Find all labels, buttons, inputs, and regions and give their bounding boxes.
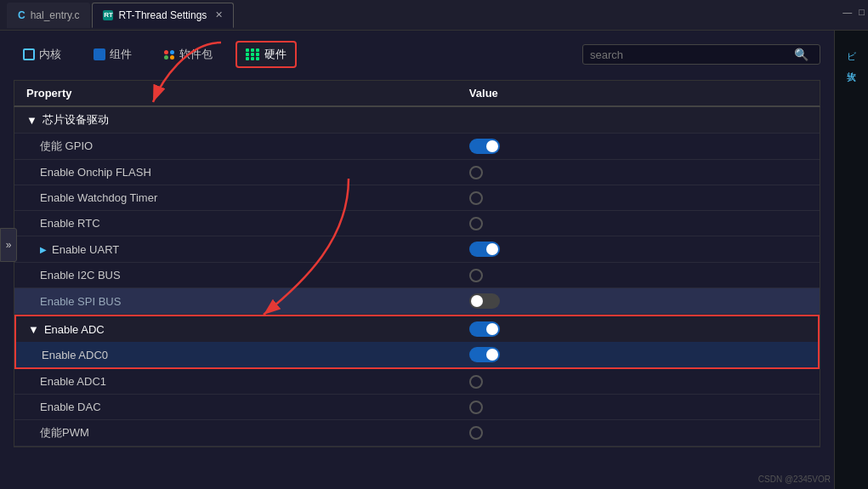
spi-row[interactable]: Enable SPI BUS [14, 288, 820, 315]
watchdog-row[interactable]: Enable Watchdog Timer [14, 185, 820, 211]
rtc-value [457, 212, 820, 236]
i2c-value [457, 264, 820, 287]
properties-table: Property Value ▼ 芯片设备驱动 使能 GPIO [14, 80, 820, 447]
tab-hal[interactable]: C hal_entry.c [7, 3, 90, 28]
tab-rt-settings[interactable]: RT RT-Thread Settings ✕ [92, 3, 234, 28]
minimize-button[interactable]: — [842, 7, 852, 17]
search-icon[interactable]: 🔍 [794, 48, 808, 61]
tab-hal-label: hal_entry.c [31, 9, 80, 21]
maximize-button[interactable]: □ [859, 7, 865, 17]
rtc-toggle[interactable] [469, 217, 483, 230]
adc0-row[interactable]: Enable ADC0 [14, 342, 820, 369]
adc1-value [457, 370, 820, 394]
rtc-row[interactable]: Enable RTC [14, 211, 820, 236]
kernel-button[interactable]: 内核 [14, 42, 71, 67]
i2c-name: Enable I2C BUS [14, 264, 457, 287]
gpio-row[interactable]: 使能 GPIO [14, 134, 820, 160]
dac-row[interactable]: Enable DAC [14, 395, 820, 420]
gpio-value [457, 134, 820, 159]
dac-toggle[interactable] [469, 401, 483, 414]
component-label: 组件 [110, 47, 132, 62]
search-input[interactable] [590, 48, 794, 61]
i2c-toggle[interactable] [469, 269, 483, 282]
adc0-name: Enable ADC0 [16, 344, 457, 367]
dac-value [457, 395, 820, 419]
pwm-row[interactable]: 使能PWM [14, 420, 820, 446]
kernel-label: 内核 [39, 47, 61, 62]
toolbar: 内核 组件 软件包 硬件 [14, 41, 820, 68]
dac-name: Enable DAC [14, 395, 457, 418]
hardware-icon [246, 48, 260, 60]
adc-expand-icon: ▼ [28, 323, 39, 336]
search-container: 🔍 [582, 44, 820, 65]
adc-section-name: ▼ Enable ADC [16, 318, 457, 341]
gpio-name: 使能 GPIO [14, 134, 457, 159]
pwm-name: 使能PWM [14, 420, 457, 446]
watchdog-value [457, 186, 820, 210]
value-column-header: Value [457, 81, 820, 105]
rt-settings-icon: RT [103, 10, 113, 20]
watermark: CSDN @2345VOR [758, 475, 831, 484]
spi-name: Enable SPI BUS [14, 290, 457, 313]
pwm-value [457, 421, 820, 445]
tab-bar: C hal_entry.c RT RT-Thread Settings ✕ — … [0, 0, 868, 31]
table-body: ▼ 芯片设备驱动 使能 GPIO Enable Onchip FLASH [14, 107, 820, 447]
hardware-label: 硬件 [264, 47, 286, 62]
flash-toggle[interactable] [469, 166, 483, 179]
side-panel-text: ビ [845, 44, 858, 54]
hardware-button[interactable]: 硬件 [235, 41, 297, 68]
adc1-name: Enable ADC1 [14, 370, 457, 393]
collapse-sidebar-button[interactable]: » [0, 228, 17, 262]
software-icon [164, 50, 175, 60]
flash-name: Enable Onchip FLASH [14, 161, 457, 184]
i2c-row[interactable]: Enable I2C BUS [14, 263, 820, 288]
pwm-toggle[interactable] [469, 426, 483, 440]
property-column-header: Property [14, 81, 457, 105]
tab-close-icon[interactable]: ✕ [215, 9, 223, 20]
component-icon [94, 48, 105, 60]
software-label: 软件包 [179, 47, 213, 62]
flash-row[interactable]: Enable Onchip FLASH [14, 160, 820, 185]
tab-rt-label: RT-Thread Settings [118, 9, 207, 21]
adc-toggle[interactable] [469, 321, 500, 337]
software-button[interactable]: 软件包 [155, 42, 222, 67]
adc1-toggle[interactable] [469, 375, 483, 389]
adc-section-row[interactable]: ▼ Enable ADC [14, 315, 820, 342]
kernel-icon [23, 48, 35, 60]
chip-expand-icon: ▼ [26, 114, 37, 127]
c-file-icon: C [18, 9, 26, 21]
side-panel: ビ 大软 [834, 31, 868, 489]
adc1-row[interactable]: Enable ADC1 [14, 369, 820, 395]
watchdog-name: Enable Watchdog Timer [14, 186, 457, 209]
uart-expand-icon: ▶ [40, 245, 47, 254]
spi-value [457, 288, 820, 314]
rtc-name: Enable RTC [14, 212, 457, 235]
uart-name: ▶ Enable UART [14, 238, 457, 261]
component-button[interactable]: 组件 [84, 42, 141, 67]
watchdog-toggle[interactable] [469, 191, 483, 205]
adc-section-value [457, 316, 818, 342]
uart-row[interactable]: ▶ Enable UART [14, 236, 820, 263]
chip-section-row[interactable]: ▼ 芯片设备驱动 [14, 107, 820, 134]
chip-section-value [457, 115, 820, 125]
table-header: Property Value [14, 80, 820, 107]
main-content: 内核 组件 软件包 硬件 [0, 31, 834, 458]
uart-value [457, 236, 820, 262]
chip-section-name: ▼ 芯片设备驱动 [14, 107, 457, 133]
uart-toggle[interactable] [469, 242, 500, 257]
adc0-value [457, 342, 818, 367]
window-controls: — □ [842, 7, 865, 17]
flash-value [457, 161, 820, 185]
spi-toggle[interactable] [469, 293, 500, 309]
gpio-toggle[interactable] [469, 139, 500, 154]
adc0-toggle[interactable] [469, 347, 500, 362]
chip-section-label: 芯片设备驱动 [43, 112, 109, 128]
